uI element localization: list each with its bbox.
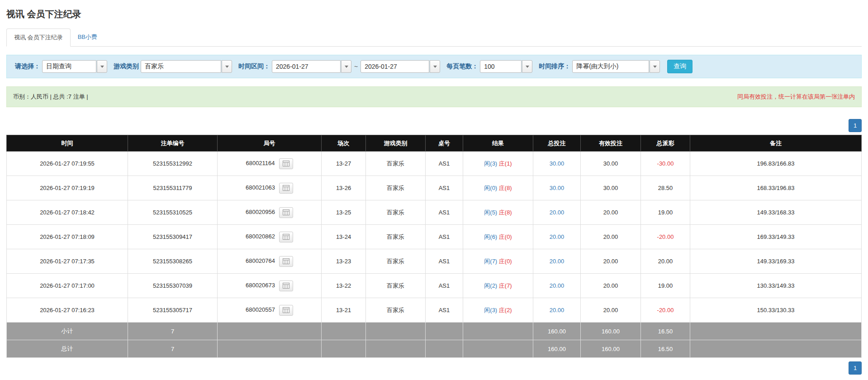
round-detail-button[interactable] — [279, 183, 293, 194]
cell-round-number: 680020764 — [218, 249, 322, 274]
page-size-label: 每页笔数： — [446, 62, 478, 71]
chevron-down-icon — [100, 66, 104, 68]
query-type-input[interactable] — [42, 60, 96, 73]
page: 视讯 会员下注纪录 视讯 会员下注纪录 BB小费 请选择： 游戏类别 时间区间：… — [0, 0, 868, 379]
round-detail-button[interactable] — [279, 158, 293, 169]
query-type-label: 请选择： — [15, 62, 40, 71]
cell-session: 13-23 — [322, 249, 366, 274]
column-header: 游戏类别 — [366, 135, 426, 152]
cell-note: 168.33/196.83 — [690, 176, 862, 200]
round-detail-button[interactable] — [279, 232, 293, 242]
pagination-top: 1 — [6, 119, 862, 132]
result-banker: 庄(2) — [499, 307, 512, 314]
cell-game-type: 百家乐 — [366, 152, 426, 176]
page-size-dropdown-button[interactable] — [522, 60, 532, 73]
result-banker: 庄(8) — [499, 209, 512, 216]
date-to-dropdown-button[interactable] — [430, 60, 440, 73]
date-to-input[interactable] — [360, 60, 429, 73]
result-player: 闲(5) — [484, 209, 497, 216]
page-number-button[interactable]: 1 — [849, 119, 862, 132]
summary-count: 7 — [128, 340, 218, 358]
table-footer: 小计7160.00160.0016.50总计7160.00160.0016.50 — [7, 323, 862, 358]
cell-bet-number: 523155309417 — [128, 225, 218, 249]
cell-note: 196.83/166.83 — [690, 152, 862, 176]
round-detail-button[interactable] — [279, 207, 293, 218]
cell-valid-bet: 20.00 — [581, 225, 641, 249]
result-banker: 庄(0) — [499, 233, 512, 240]
range-separator: ~ — [354, 63, 358, 70]
cell-payout: -20.00 — [641, 225, 690, 249]
table-row: 2026-01-27 07:19:19523155311779680021063… — [7, 176, 862, 200]
cell-payout: 28.50 — [641, 176, 690, 200]
cell-session: 13-22 — [322, 274, 366, 298]
date-to-picker — [360, 60, 440, 73]
date-from-dropdown-button[interactable] — [341, 60, 351, 73]
query-type-dropdown-button[interactable] — [97, 60, 107, 73]
cell-round-number: 680020673 — [218, 274, 322, 298]
cell-table-number: AS1 — [426, 249, 463, 274]
round-number: 680020557 — [246, 306, 275, 313]
cell-bet-number: 523155305717 — [128, 298, 218, 323]
result-banker: 庄(8) — [499, 185, 512, 191]
sort-order-combobox — [572, 60, 660, 73]
summary-total-bet: 160.00 — [533, 323, 581, 340]
cell-table-number: AS1 — [426, 200, 463, 225]
cell-payout: 19.00 — [641, 200, 690, 225]
round-detail-button[interactable] — [279, 305, 293, 316]
tab-bb-tip[interactable]: BB小费 — [71, 28, 104, 47]
cell-game-type: 百家乐 — [366, 225, 426, 249]
cell-table-number: AS1 — [426, 152, 463, 176]
sort-order-input[interactable] — [572, 60, 649, 73]
round-number: 680020764 — [246, 257, 275, 264]
grid-icon — [283, 161, 289, 166]
game-type-dropdown-button[interactable] — [222, 60, 232, 73]
round-detail-button[interactable] — [279, 256, 293, 267]
sort-order-dropdown-button[interactable] — [650, 60, 660, 73]
grid-icon — [283, 283, 289, 289]
round-number: 680020673 — [246, 282, 275, 289]
cell-bet-number: 523155310525 — [128, 200, 218, 225]
page-size-input[interactable] — [480, 60, 522, 73]
total-bet-link[interactable]: 20.00 — [550, 233, 564, 240]
column-header: 时间 — [7, 135, 128, 152]
total-bet-link[interactable]: 30.00 — [550, 160, 564, 167]
cell-time: 2026-01-27 07:19:55 — [7, 152, 128, 176]
cell-time: 2026-01-27 07:18:09 — [7, 225, 128, 249]
filter-bar: 请选择： 游戏类别 时间区间： ~ 每页笔数： 时间排序： — [6, 55, 862, 78]
column-header: 总投注 — [533, 135, 581, 152]
round-detail-button[interactable] — [279, 280, 293, 291]
game-type-input[interactable] — [141, 60, 221, 73]
cell-result: 闲(6) 庄(0) — [463, 225, 533, 249]
table-body: 2026-01-27 07:19:55523155312992680021164… — [7, 152, 862, 323]
result-player: 闲(7) — [484, 258, 497, 265]
table-row: 2026-01-27 07:16:23523155305717680020557… — [7, 298, 862, 323]
summary-bar: 币别：人民币 | 总共 :7 注单 | 同局有效投注，统一计算在该局第一张注单内 — [6, 86, 862, 107]
total-bet-link[interactable]: 30.00 — [550, 185, 564, 191]
cell-bet-number: 523155308265 — [128, 249, 218, 274]
summary-total-bet: 160.00 — [533, 340, 581, 358]
date-from-input[interactable] — [272, 60, 341, 73]
total-bet-link[interactable]: 20.00 — [550, 282, 564, 289]
column-header: 桌号 — [426, 135, 463, 152]
cell-payout: 19.00 — [641, 274, 690, 298]
cell-round-number: 680020862 — [218, 225, 322, 249]
page-number-button[interactable]: 1 — [849, 361, 862, 375]
search-button[interactable]: 查询 — [667, 60, 693, 73]
cell-result: 闲(3) 庄(2) — [463, 298, 533, 323]
cell-result: 闲(2) 庄(7) — [463, 274, 533, 298]
summary-valid-bet: 160.00 — [581, 340, 641, 358]
cell-result: 闲(3) 庄(1) — [463, 152, 533, 176]
cell-round-number: 680020956 — [218, 200, 322, 225]
tab-betting-records[interactable]: 视讯 会员下注纪录 — [6, 28, 71, 47]
total-bet-link[interactable]: 20.00 — [550, 258, 564, 265]
game-type-label: 游戏类别 — [114, 62, 139, 71]
query-type-combobox — [42, 60, 107, 73]
total-bet-link[interactable]: 20.00 — [550, 209, 564, 216]
total-bet-link[interactable]: 20.00 — [550, 307, 564, 314]
result-banker: 庄(7) — [499, 282, 512, 289]
cell-valid-bet: 20.00 — [581, 249, 641, 274]
table-row: 2026-01-27 07:17:35523155308265680020764… — [7, 249, 862, 274]
cell-payout: -20.00 — [641, 298, 690, 323]
cell-game-type: 百家乐 — [366, 274, 426, 298]
summary-valid-bet: 160.00 — [581, 323, 641, 340]
